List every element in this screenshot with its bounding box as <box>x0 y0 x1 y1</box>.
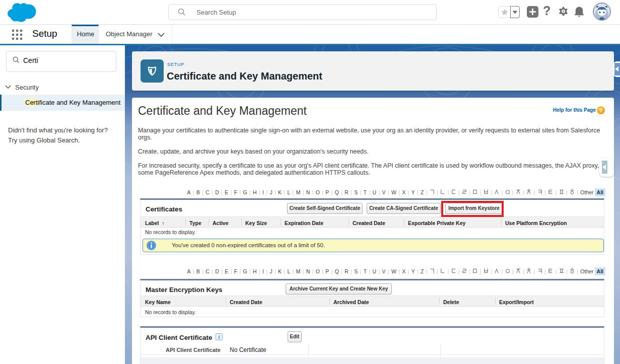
svg-text:i: i <box>219 334 220 340</box>
